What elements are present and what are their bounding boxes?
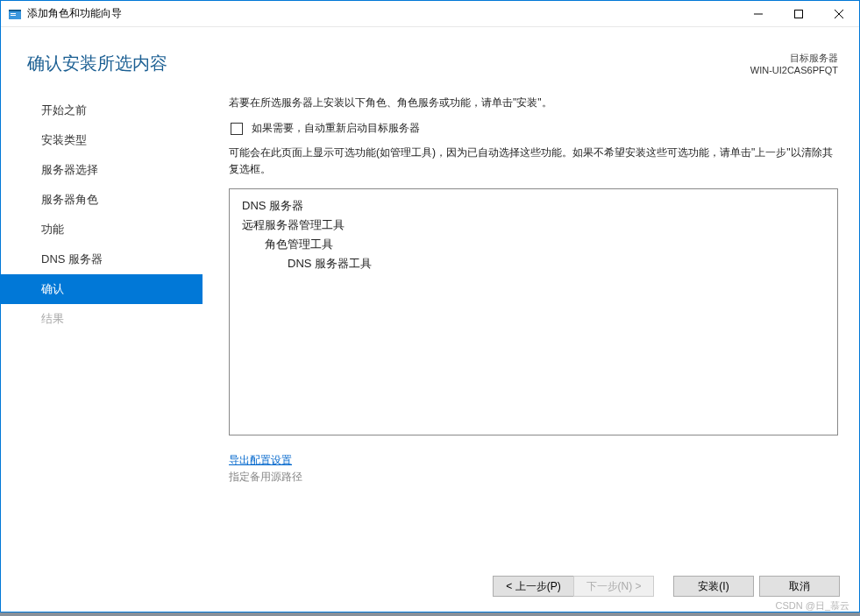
features-list: DNS 服务器 远程服务器管理工具 角色管理工具 DNS 服务器工具 [229,188,838,435]
nav-results: 结果 [1,304,203,334]
footer: < 上一步(P) 下一步(N) > 安装(I) 取消 [1,563,859,612]
svg-rect-1 [9,10,21,11]
app-icon [8,7,22,21]
title-bar: 添加角色和功能向导 [1,1,859,27]
feature-item: 角色管理工具 [242,237,825,252]
note-text: 可能会在此页面上显示可选功能(如管理工具)，因为已自动选择这些功能。如果不希望安… [229,145,838,178]
restart-checkbox-label: 如果需要，自动重新启动目标服务器 [252,121,420,136]
sidebar: 开始之前 安装类型 服务器选择 服务器角色 功能 DNS 服务器 确认 结果 [1,84,203,563]
body: 开始之前 安装类型 服务器选择 服务器角色 功能 DNS 服务器 确认 结果 若… [1,84,859,563]
previous-button[interactable]: < 上一步(P) [493,576,573,597]
nav-server-roles[interactable]: 服务器角色 [1,185,203,215]
nav-before-you-begin[interactable]: 开始之前 [1,96,203,125]
export-config-link[interactable]: 导出配置设置 [229,453,292,468]
links: 导出配置设置 指定备用源路径 [229,453,838,485]
feature-item: 远程服务器管理工具 [242,217,825,233]
nav-button-group: < 上一步(P) 下一步(N) > [493,576,654,597]
svg-rect-5 [795,10,803,18]
target-info: 目标服务器 WIN-UI2CAS6PFQT [750,52,838,75]
restart-checkbox-row: 如果需要，自动重新启动目标服务器 [229,121,838,136]
restart-checkbox[interactable] [231,123,243,135]
window-controls [738,1,859,26]
content: 若要在所选服务器上安装以下角色、角色服务或功能，请单击"安装"。 如果需要，自动… [203,84,859,563]
maximize-button[interactable] [778,1,819,26]
intro-text: 若要在所选服务器上安装以下角色、角色服务或功能，请单击"安装"。 [229,96,838,110]
nav-dns-server[interactable]: DNS 服务器 [1,244,203,274]
nav-confirmation[interactable]: 确认 [1,274,203,304]
header: 确认安装所选内容 目标服务器 WIN-UI2CAS6PFQT [1,27,859,84]
alt-source-link[interactable]: 指定备用源路径 [229,470,302,485]
target-label: 目标服务器 [750,52,838,65]
feature-item: DNS 服务器工具 [242,256,825,272]
nav-server-selection[interactable]: 服务器选择 [1,155,203,185]
next-button: 下一步(N) > [573,576,654,597]
install-button[interactable]: 安装(I) [673,576,754,597]
cancel-button[interactable]: 取消 [759,576,840,597]
minimize-button[interactable] [738,1,778,26]
feature-item: DNS 服务器 [242,198,825,214]
nav-features[interactable]: 功能 [1,215,203,244]
page-title: 确认安装所选内容 [27,52,167,75]
svg-rect-3 [11,15,16,16]
window-title: 添加角色和功能向导 [27,6,738,21]
svg-rect-2 [11,13,16,14]
target-name: WIN-UI2CAS6PFQT [750,65,838,75]
wizard-window: 添加角色和功能向导 确认安装所选内容 目标服务器 WIN-UI2CAS6PFQT… [0,0,860,612]
nav-installation-type[interactable]: 安装类型 [1,125,203,155]
close-button[interactable] [819,1,859,26]
